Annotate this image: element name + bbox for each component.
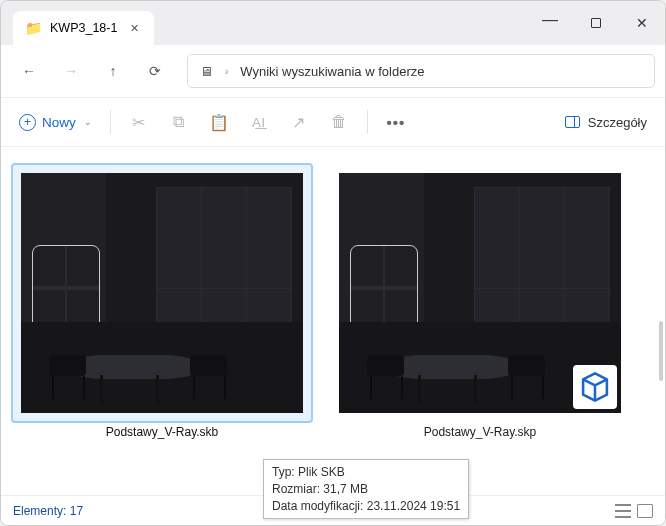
details-pane-icon — [565, 116, 580, 128]
sketchup-app-icon — [573, 365, 617, 409]
new-button-label: Nowy — [42, 115, 76, 130]
file-explorer-window: 📁 KWP3_18-1 ✕ — ✕ ← → ↑ ⟳ 🖥 › Wyniki wys… — [0, 0, 666, 526]
tooltip-date-label: Data modyfikacji: — [272, 499, 363, 513]
view-list-button[interactable] — [615, 504, 631, 518]
trash-icon: 🗑 — [331, 113, 347, 131]
clipboard-icon: 📋 — [209, 113, 229, 132]
file-thumbnail — [13, 165, 311, 421]
breadcrumb-text: Wyniki wyszukiwania w folderze — [240, 64, 424, 79]
scrollbar[interactable] — [659, 321, 663, 381]
file-item[interactable]: Podstawy_V-Ray.skp — [331, 165, 629, 477]
up-button[interactable]: ↑ — [95, 53, 131, 89]
share-icon: ↗ — [292, 113, 305, 132]
file-tooltip: Typ: Plik SKB Rozmiar: 31,7 MB Data mody… — [263, 459, 469, 519]
refresh-button[interactable]: ⟳ — [137, 53, 173, 89]
more-button[interactable]: ••• — [376, 104, 416, 140]
details-pane-button[interactable]: Szczegóły — [555, 109, 657, 136]
file-name: Podstawy_V-Ray.skb — [106, 425, 219, 439]
plus-circle-icon: + — [19, 114, 36, 131]
more-icon: ••• — [386, 114, 405, 131]
tab-title: KWP3_18-1 — [50, 21, 117, 35]
share-button[interactable]: ↗ — [279, 104, 319, 140]
view-toggles — [615, 504, 653, 518]
cut-button[interactable]: ✂ — [119, 104, 159, 140]
toolbar-divider — [367, 110, 368, 134]
new-button[interactable]: + Nowy ⌄ — [9, 108, 102, 137]
tooltip-size-label: Rozmiar: — [272, 482, 320, 496]
titlebar: 📁 KWP3_18-1 ✕ — ✕ — [1, 1, 665, 45]
status-count: 17 — [70, 504, 83, 518]
chevron-right-icon: › — [225, 66, 228, 77]
tooltip-type-value: Plik SKB — [298, 465, 345, 479]
file-name: Podstawy_V-Ray.skp — [424, 425, 537, 439]
breadcrumb[interactable]: 🖥 › Wyniki wyszukiwania w folderze — [187, 54, 655, 88]
maximize-button[interactable] — [573, 1, 619, 45]
rename-icon: A͟I — [252, 115, 265, 130]
delete-button[interactable]: 🗑 — [319, 104, 359, 140]
rename-button[interactable]: A͟I — [239, 104, 279, 140]
file-thumbnail — [331, 165, 629, 421]
details-button-label: Szczegóły — [588, 115, 647, 130]
view-large-button[interactable] — [637, 504, 653, 518]
forward-button[interactable]: → — [53, 53, 89, 89]
file-item[interactable]: Podstawy_V-Ray.skb — [13, 165, 311, 477]
monitor-icon: 🖥 — [200, 64, 213, 79]
file-list: Podstawy_V-Ray.skb — [1, 147, 665, 495]
toolbar-divider — [110, 110, 111, 134]
tooltip-size-value: 31,7 MB — [323, 482, 368, 496]
chevron-down-icon: ⌄ — [84, 117, 92, 127]
scissors-icon: ✂ — [132, 113, 145, 132]
status-label: Elementy: — [13, 504, 66, 518]
window-controls: — ✕ — [527, 1, 665, 45]
toolbar: + Nowy ⌄ ✂ ⧉ 📋 A͟I ↗ 🗑 ••• Szczegóły — [1, 97, 665, 147]
close-button[interactable]: ✕ — [619, 1, 665, 45]
back-button[interactable]: ← — [11, 53, 47, 89]
folder-icon: 📁 — [25, 20, 42, 36]
tab-close-icon[interactable]: ✕ — [125, 20, 144, 37]
minimize-button[interactable]: — — [527, 0, 573, 42]
nav-bar: ← → ↑ ⟳ 🖥 › Wyniki wyszukiwania w folder… — [1, 45, 665, 97]
window-tab[interactable]: 📁 KWP3_18-1 ✕ — [13, 11, 154, 45]
tooltip-type-label: Typ: — [272, 465, 295, 479]
paste-button[interactable]: 📋 — [199, 104, 239, 140]
copy-button[interactable]: ⧉ — [159, 104, 199, 140]
tooltip-date-value: 23.11.2024 19:51 — [367, 499, 460, 513]
copy-icon: ⧉ — [173, 113, 184, 131]
